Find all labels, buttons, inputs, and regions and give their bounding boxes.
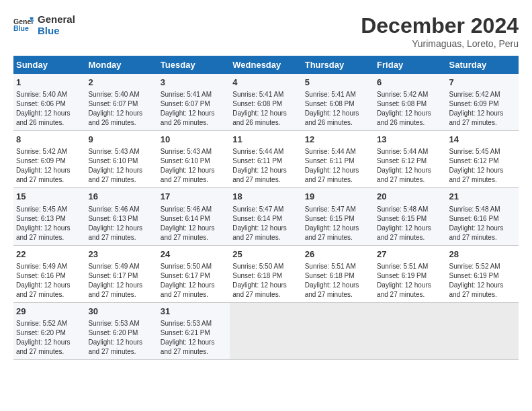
day-number: 1: [16, 77, 83, 89]
calendar-cell: 29Sunrise: 5:52 AMSunset: 6:20 PMDayligh…: [13, 302, 85, 359]
calendar-cell: 5Sunrise: 5:41 AMSunset: 6:08 PMDaylight…: [302, 74, 374, 131]
day-number: 3: [161, 77, 227, 89]
header-wednesday: Wednesday: [230, 56, 302, 74]
day-number: 8: [16, 134, 83, 146]
calendar-cell: [374, 302, 446, 359]
day-info: Sunrise: 5:44 AMSunset: 6:11 PMDaylight:…: [232, 147, 299, 185]
day-number: 6: [377, 77, 443, 89]
calendar-cell: 13Sunrise: 5:44 AMSunset: 6:12 PMDayligh…: [374, 131, 446, 188]
day-info: Sunrise: 5:49 AMSunset: 6:16 PMDaylight:…: [16, 262, 83, 300]
day-number: 16: [88, 191, 154, 203]
day-number: 19: [305, 191, 371, 203]
day-number: 7: [449, 77, 516, 89]
day-number: 2: [88, 77, 154, 89]
calendar-cell: 8Sunrise: 5:42 AMSunset: 6:09 PMDaylight…: [13, 131, 85, 188]
day-info: Sunrise: 5:52 AMSunset: 6:20 PMDaylight:…: [16, 319, 83, 357]
header-monday: Monday: [85, 56, 157, 74]
day-number: 31: [161, 306, 227, 318]
week-row-1: 1Sunrise: 5:40 AMSunset: 6:06 PMDaylight…: [13, 74, 519, 131]
day-number: 12: [305, 134, 371, 146]
calendar-cell: 11Sunrise: 5:44 AMSunset: 6:11 PMDayligh…: [230, 131, 302, 188]
day-number: 18: [232, 191, 299, 203]
day-info: Sunrise: 5:49 AMSunset: 6:17 PMDaylight:…: [88, 262, 154, 300]
calendar-cell: 19Sunrise: 5:47 AMSunset: 6:15 PMDayligh…: [302, 188, 374, 245]
calendar-cell: 31Sunrise: 5:53 AMSunset: 6:21 PMDayligh…: [158, 302, 230, 359]
day-info: Sunrise: 5:43 AMSunset: 6:10 PMDaylight:…: [88, 147, 154, 185]
day-info: Sunrise: 5:45 AMSunset: 6:13 PMDaylight:…: [16, 205, 83, 242]
day-number: 25: [232, 248, 299, 261]
day-number: 15: [16, 191, 83, 203]
day-number: 5: [305, 77, 371, 89]
day-info: Sunrise: 5:53 AMSunset: 6:20 PMDaylight:…: [88, 319, 154, 357]
calendar-cell: 4Sunrise: 5:41 AMSunset: 6:08 PMDaylight…: [230, 74, 302, 131]
calendar-cell: 23Sunrise: 5:49 AMSunset: 6:17 PMDayligh…: [85, 245, 157, 302]
calendar-cell: 15Sunrise: 5:45 AMSunset: 6:13 PMDayligh…: [13, 188, 85, 245]
svg-text:Blue: Blue: [13, 24, 29, 32]
day-info: Sunrise: 5:43 AMSunset: 6:10 PMDaylight:…: [161, 147, 227, 185]
day-number: 27: [377, 248, 443, 261]
day-info: Sunrise: 5:46 AMSunset: 6:14 PMDaylight:…: [161, 205, 227, 242]
calendar-cell: 27Sunrise: 5:51 AMSunset: 6:19 PMDayligh…: [374, 245, 446, 302]
calendar-cell: [447, 302, 519, 359]
week-row-3: 15Sunrise: 5:45 AMSunset: 6:13 PMDayligh…: [13, 188, 519, 245]
day-info: Sunrise: 5:51 AMSunset: 6:18 PMDaylight:…: [305, 262, 371, 300]
day-number: 24: [161, 248, 227, 261]
logo-icon: General Blue: [13, 15, 34, 35]
day-info: Sunrise: 5:42 AMSunset: 6:09 PMDaylight:…: [449, 90, 516, 128]
calendar-cell: 17Sunrise: 5:46 AMSunset: 6:14 PMDayligh…: [158, 188, 230, 245]
calendar-cell: 16Sunrise: 5:46 AMSunset: 6:13 PMDayligh…: [85, 188, 157, 245]
day-number: 22: [16, 248, 83, 261]
calendar-cell: 1Sunrise: 5:40 AMSunset: 6:06 PMDaylight…: [13, 74, 85, 131]
calendar-cell: 28Sunrise: 5:52 AMSunset: 6:19 PMDayligh…: [447, 245, 519, 302]
day-number: 29: [16, 306, 83, 318]
calendar-cell: 24Sunrise: 5:50 AMSunset: 6:17 PMDayligh…: [158, 245, 230, 302]
calendar-cell: 21Sunrise: 5:48 AMSunset: 6:16 PMDayligh…: [447, 188, 519, 245]
week-row-4: 22Sunrise: 5:49 AMSunset: 6:16 PMDayligh…: [13, 245, 519, 302]
day-info: Sunrise: 5:41 AMSunset: 6:07 PMDaylight:…: [161, 90, 227, 128]
day-info: Sunrise: 5:47 AMSunset: 6:14 PMDaylight:…: [232, 205, 299, 242]
day-number: 26: [305, 248, 371, 261]
location-subtitle: Yurimaguas, Loreto, Peru: [361, 38, 519, 49]
day-info: Sunrise: 5:50 AMSunset: 6:17 PMDaylight:…: [161, 262, 227, 300]
day-info: Sunrise: 5:42 AMSunset: 6:09 PMDaylight:…: [16, 147, 83, 185]
calendar-cell: 2Sunrise: 5:40 AMSunset: 6:07 PMDaylight…: [85, 74, 157, 131]
calendar-cell: 14Sunrise: 5:45 AMSunset: 6:12 PMDayligh…: [447, 131, 519, 188]
day-info: Sunrise: 5:52 AMSunset: 6:19 PMDaylight:…: [449, 262, 516, 300]
day-number: 10: [161, 134, 227, 146]
day-number: 11: [232, 134, 299, 146]
day-info: Sunrise: 5:41 AMSunset: 6:08 PMDaylight:…: [232, 90, 299, 128]
month-title: December 2024: [361, 13, 519, 38]
logo-line2: Blue: [38, 25, 75, 36]
day-info: Sunrise: 5:51 AMSunset: 6:19 PMDaylight:…: [377, 262, 443, 300]
calendar-cell: 25Sunrise: 5:50 AMSunset: 6:18 PMDayligh…: [230, 245, 302, 302]
day-number: 13: [377, 134, 443, 146]
day-number: 9: [88, 134, 154, 146]
day-info: Sunrise: 5:50 AMSunset: 6:18 PMDaylight:…: [232, 262, 299, 300]
day-info: Sunrise: 5:48 AMSunset: 6:15 PMDaylight:…: [377, 205, 443, 242]
title-block: December 2024 Yurimaguas, Loreto, Peru: [361, 13, 519, 49]
calendar-cell: 22Sunrise: 5:49 AMSunset: 6:16 PMDayligh…: [13, 245, 85, 302]
header-sunday: Sunday: [13, 56, 85, 74]
logo-line1: General: [38, 13, 75, 25]
day-number: 14: [449, 134, 516, 146]
calendar-cell: 20Sunrise: 5:48 AMSunset: 6:15 PMDayligh…: [374, 188, 446, 245]
week-row-5: 29Sunrise: 5:52 AMSunset: 6:20 PMDayligh…: [13, 302, 519, 359]
header-friday: Friday: [374, 56, 446, 74]
calendar-table: SundayMondayTuesdayWednesdayThursdayFrid…: [13, 56, 519, 360]
logo: General Blue General Blue: [13, 13, 75, 36]
day-number: 23: [88, 248, 154, 261]
day-info: Sunrise: 5:46 AMSunset: 6:13 PMDaylight:…: [88, 205, 154, 242]
calendar-cell: 30Sunrise: 5:53 AMSunset: 6:20 PMDayligh…: [85, 302, 157, 359]
calendar-cell: [302, 302, 374, 359]
week-row-2: 8Sunrise: 5:42 AMSunset: 6:09 PMDaylight…: [13, 131, 519, 188]
day-info: Sunrise: 5:40 AMSunset: 6:06 PMDaylight:…: [16, 90, 83, 128]
calendar-cell: 3Sunrise: 5:41 AMSunset: 6:07 PMDaylight…: [158, 74, 230, 131]
calendar-cell: 10Sunrise: 5:43 AMSunset: 6:10 PMDayligh…: [158, 131, 230, 188]
day-info: Sunrise: 5:41 AMSunset: 6:08 PMDaylight:…: [305, 90, 371, 128]
day-number: 30: [88, 306, 154, 318]
calendar-cell: 6Sunrise: 5:42 AMSunset: 6:08 PMDaylight…: [374, 74, 446, 131]
day-info: Sunrise: 5:44 AMSunset: 6:11 PMDaylight:…: [305, 147, 371, 185]
day-info: Sunrise: 5:42 AMSunset: 6:08 PMDaylight:…: [377, 90, 443, 128]
calendar-cell: 26Sunrise: 5:51 AMSunset: 6:18 PMDayligh…: [302, 245, 374, 302]
day-info: Sunrise: 5:53 AMSunset: 6:21 PMDaylight:…: [161, 319, 227, 357]
